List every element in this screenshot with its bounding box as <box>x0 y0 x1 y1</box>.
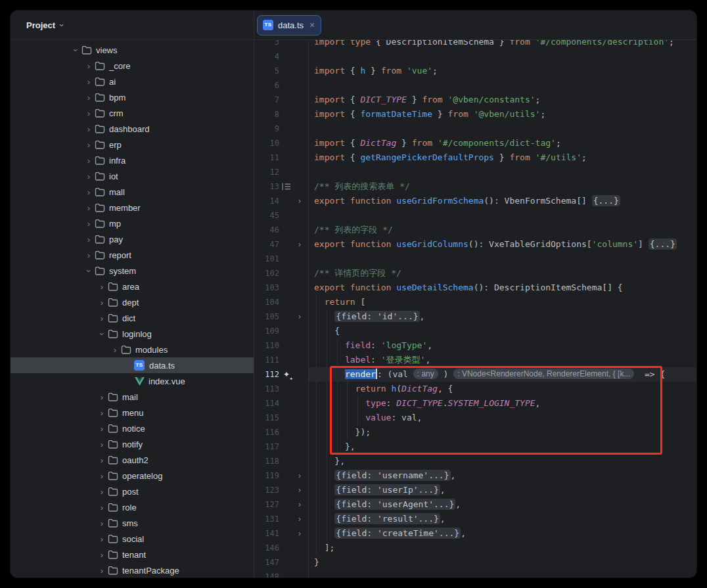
chevron-right-icon[interactable]: › <box>110 346 120 354</box>
tree-item-system[interactable]: › system <box>11 263 254 279</box>
code-text[interactable] <box>309 570 696 577</box>
fold-toggle-icon[interactable]: › <box>294 501 306 509</box>
tree-item-report[interactable]: › report <box>11 247 254 263</box>
code-text[interactable]: /** 列表的字段 */ <box>309 223 696 237</box>
chevron-right-icon[interactable]: › <box>97 409 107 417</box>
code-text[interactable]: {field: 'id'...}, <box>309 309 696 324</box>
code-text[interactable] <box>309 122 696 136</box>
chevron-right-icon[interactable]: › <box>83 172 94 181</box>
chevron-right-icon[interactable]: › <box>97 424 107 433</box>
chevron-right-icon[interactable]: › <box>97 487 107 496</box>
tree-item-infra[interactable]: › infra <box>11 152 254 168</box>
chevron-right-icon[interactable]: › <box>97 472 107 480</box>
code-text[interactable]: import { formatDateTime } from '@vben/ut… <box>309 107 696 122</box>
gutter-icon-slot[interactable]: ✦✦ <box>279 371 294 378</box>
code-text[interactable]: }); <box>309 425 696 440</box>
chevron-right-icon[interactable]: › <box>97 314 107 323</box>
tree-item-data-ts[interactable]: › TS data.ts <box>11 357 254 373</box>
chevron-right-icon[interactable]: › <box>97 283 107 291</box>
chevron-right-icon[interactable]: › <box>72 45 80 55</box>
code-text[interactable]: return [ <box>309 295 696 309</box>
code-text[interactable]: /** 详情页的字段 */ <box>309 266 696 281</box>
code-text[interactable]: render: (val : any ) : VNode<RendererNod… <box>309 367 696 382</box>
chevron-right-icon[interactable]: › <box>83 141 94 149</box>
chevron-right-icon[interactable]: › <box>83 251 94 260</box>
chevron-right-icon[interactable]: › <box>97 566 107 575</box>
tab-data-ts[interactable]: TS data.ts × <box>257 15 321 35</box>
tree-item-pay[interactable]: › pay <box>11 231 254 247</box>
tree-item-ai[interactable]: › ai <box>11 74 254 89</box>
chevron-right-icon[interactable]: › <box>83 219 94 228</box>
code-text[interactable]: import { DICT_TYPE } from '@vben/constan… <box>309 93 696 107</box>
chevron-right-icon[interactable]: › <box>97 440 107 449</box>
fold-toggle-icon[interactable]: › <box>294 515 306 523</box>
fold-toggle-icon[interactable]: › <box>294 197 306 205</box>
close-tab-icon[interactable]: × <box>309 20 315 30</box>
chevron-right-icon[interactable]: › <box>83 204 94 212</box>
chevron-right-icon[interactable]: › <box>97 456 107 464</box>
chevron-right-icon[interactable]: › <box>83 235 94 244</box>
code-text[interactable]: value: val, <box>309 411 696 425</box>
code-text[interactable]: import { getRangePickerDefaultProps } fr… <box>309 150 696 165</box>
chevron-right-icon[interactable]: › <box>83 93 94 102</box>
tree-item-iot[interactable]: › iot <box>11 168 254 184</box>
tree-item-tenant[interactable]: › tenant <box>11 547 254 562</box>
fold-toggle-icon[interactable]: › <box>294 472 306 480</box>
tree-item-sms[interactable]: › sms <box>11 515 254 531</box>
tree-item-mp[interactable]: › mp <box>11 215 254 231</box>
code-text[interactable]: ]; <box>309 541 696 555</box>
chevron-right-icon[interactable]: › <box>83 62 94 70</box>
code-text[interactable] <box>309 49 696 64</box>
code-text[interactable] <box>309 78 696 93</box>
chevron-right-icon[interactable]: › <box>98 328 106 339</box>
chevron-right-icon[interactable]: › <box>83 156 94 165</box>
chevron-right-icon[interactable]: › <box>97 503 107 512</box>
code-text[interactable]: }, <box>309 454 696 468</box>
code-editor[interactable]: 3 import type { DescriptionItemSchema } … <box>254 40 696 577</box>
code-text[interactable]: import { h } from 'vue'; <box>309 64 696 78</box>
chevron-right-icon[interactable]: › <box>83 109 94 118</box>
tree-item-tenantPackage[interactable]: › tenantPackage <box>11 562 254 577</box>
code-text[interactable]: type: DICT_TYPE.SYSTEM_LOGIN_TYPE, <box>309 396 696 411</box>
tree-item-role[interactable]: › role <box>11 499 254 515</box>
tree-item-operatelog[interactable]: › operatelog <box>11 468 254 484</box>
fold-toggle-icon[interactable]: › <box>294 530 306 537</box>
chevron-right-icon[interactable]: › <box>83 78 94 86</box>
code-text[interactable]: } <box>309 555 696 570</box>
tree-item-modules[interactable]: › modules <box>11 342 254 357</box>
tree-item-post[interactable]: › post <box>11 484 254 499</box>
chevron-right-icon[interactable]: › <box>85 265 93 276</box>
render-doc-comment-icon[interactable] <box>279 183 294 191</box>
code-text[interactable]: return h(DictTag, { <box>309 382 696 396</box>
code-text[interactable] <box>309 252 696 266</box>
chevron-right-icon[interactable]: › <box>83 188 94 196</box>
code-text[interactable]: {field: 'username'...}, <box>309 468 696 483</box>
tree-item-oauth2[interactable]: › oauth2 <box>11 452 254 468</box>
tree-item-loginlog[interactable]: › loginlog <box>11 326 254 342</box>
tree-item-mail[interactable]: › mail <box>11 389 254 405</box>
code-text[interactable]: {field: 'result'...}, <box>309 512 696 526</box>
code-text[interactable]: { <box>309 324 696 338</box>
chevron-right-icon[interactable]: › <box>97 551 107 559</box>
code-text[interactable] <box>309 208 696 223</box>
chevron-right-icon[interactable]: › <box>97 535 107 543</box>
tree-item-member[interactable]: › member <box>11 200 254 215</box>
code-text[interactable]: {field: 'userAgent'...}, <box>309 497 696 512</box>
tree-item-views[interactable]: › views <box>11 42 254 58</box>
tree-item-crm[interactable]: › crm <box>11 105 254 121</box>
tree-item-erp[interactable]: › erp <box>11 137 254 152</box>
code-text[interactable]: export function useDetailSchema(): Descr… <box>309 281 696 295</box>
code-text[interactable]: import type { DescriptionItemSchema } fr… <box>309 40 696 49</box>
tree-item-mall[interactable]: › mall <box>11 184 254 200</box>
tree-item-area[interactable]: › area <box>11 279 254 294</box>
code-text[interactable]: /** 列表的搜索表单 */ <box>309 179 696 194</box>
fold-toggle-icon[interactable]: › <box>294 486 306 494</box>
tree-item-dict[interactable]: › dict <box>11 310 254 326</box>
chevron-right-icon[interactable]: › <box>83 125 94 133</box>
code-text[interactable]: }, <box>309 440 696 454</box>
fold-toggle-icon[interactable]: › <box>294 240 306 248</box>
code-text[interactable]: export function useGridColumns(): VxeTab… <box>309 237 696 252</box>
tree-item-index-vue[interactable]: › index.vue <box>11 373 254 389</box>
code-text[interactable] <box>309 165 696 179</box>
tree-item-menu[interactable]: › menu <box>11 405 254 420</box>
